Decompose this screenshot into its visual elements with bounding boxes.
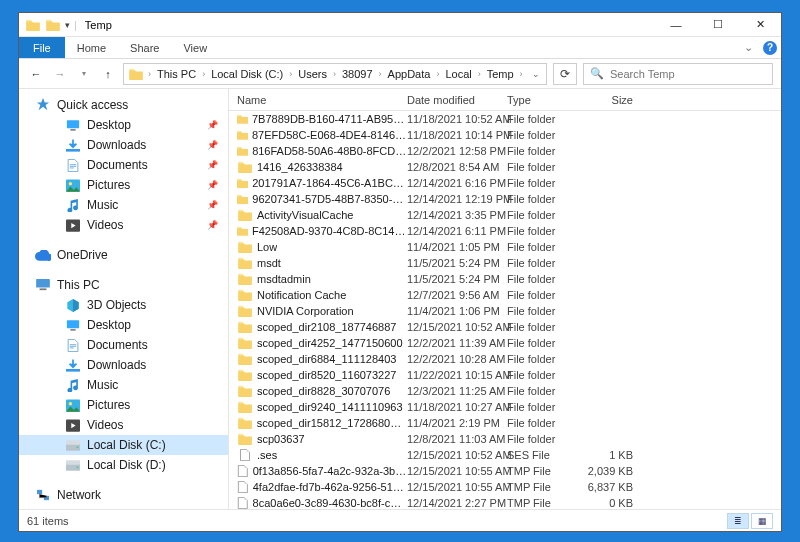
breadcrumb-segment[interactable]: Temp: [485, 68, 516, 80]
file-row[interactable]: msdtadmin11/5/2021 5:24 PMFile folder: [229, 271, 781, 287]
file-row[interactable]: 4fa2dfae-fd7b-462a-9256-5105afe081f5.t..…: [229, 479, 781, 495]
qat-folder-icon[interactable]: [45, 18, 61, 32]
file-row[interactable]: Notification Cache12/7/2021 9:56 AMFile …: [229, 287, 781, 303]
file-row[interactable]: scp0363712/8/2021 11:03 AMFile folder: [229, 431, 781, 447]
file-row[interactable]: scoped_dir4252_147715060012/2/2021 11:39…: [229, 335, 781, 351]
nav-item-videos[interactable]: Videos: [19, 415, 228, 435]
nav-item-music[interactable]: Music: [19, 375, 228, 395]
breadcrumb-segment[interactable]: Local Disk (C:): [209, 68, 285, 80]
chevron-right-icon[interactable]: ›: [434, 69, 441, 79]
file-list: 7B7889DB-B160-4711-AB95-FAB5EBFEB41411/1…: [229, 111, 781, 509]
nav-forward-button[interactable]: →: [51, 65, 69, 83]
column-size[interactable]: Size: [585, 94, 647, 106]
file-date: 11/22/2021 10:15 AM: [407, 369, 507, 381]
nav-up-button[interactable]: ↑: [99, 65, 117, 83]
file-row[interactable]: 87EFD58C-E068-4DE4-8146-0E4B68B1096D11/1…: [229, 127, 781, 143]
maximize-button[interactable]: ☐: [697, 13, 739, 37]
file-type: File folder: [507, 145, 585, 157]
nav-network[interactable]: Network: [19, 485, 228, 505]
file-size: 2,039 KB: [585, 465, 647, 477]
file-icon: [237, 480, 249, 494]
breadcrumb-segment[interactable]: This PC: [155, 68, 198, 80]
file-row[interactable]: msdt11/5/2021 5:24 PMFile folder: [229, 255, 781, 271]
column-name[interactable]: Name: [237, 94, 407, 106]
refresh-button[interactable]: ⟳: [553, 63, 577, 85]
nav-item-3d-objects[interactable]: 3D Objects: [19, 295, 228, 315]
file-type: File folder: [507, 369, 585, 381]
tab-share[interactable]: Share: [118, 37, 171, 58]
nav-item-documents[interactable]: Documents: [19, 335, 228, 355]
view-thumbnails-button[interactable]: ▦: [751, 513, 773, 529]
view-details-button[interactable]: ≣: [727, 513, 749, 529]
documents-icon: [65, 338, 81, 352]
nav-item-pictures[interactable]: Pictures📌: [19, 175, 228, 195]
column-type[interactable]: Type: [507, 94, 585, 106]
qat-dropdown-icon[interactable]: ▾: [65, 20, 70, 30]
file-icon: [237, 464, 249, 478]
file-row[interactable]: scoped_dir2108_18774688712/15/2021 10:52…: [229, 319, 781, 335]
nav-item-videos[interactable]: Videos📌: [19, 215, 228, 235]
folder-icon: [237, 176, 248, 190]
nav-quick-access[interactable]: Quick access: [19, 95, 228, 115]
close-button[interactable]: ✕: [739, 13, 781, 37]
nav-item-local-disk-c-[interactable]: Local Disk (C:): [19, 435, 228, 455]
column-date[interactable]: Date modified: [407, 94, 507, 106]
nav-item-pictures[interactable]: Pictures: [19, 395, 228, 415]
file-row[interactable]: scoped_dir15812_172868084711/4/2021 2:19…: [229, 415, 781, 431]
tab-view[interactable]: View: [171, 37, 219, 58]
file-row[interactable]: scoped_dir8520_11607322711/22/2021 10:15…: [229, 367, 781, 383]
ribbon-expand-icon[interactable]: ⌄: [737, 37, 759, 58]
file-date: 12/8/2021 8:54 AM: [407, 161, 507, 173]
chevron-right-icon[interactable]: ›: [287, 69, 294, 79]
nav-recent-dropdown[interactable]: ▾: [75, 65, 93, 83]
file-row[interactable]: scoped_dir8828_3070707612/3/2021 11:25 A…: [229, 383, 781, 399]
file-row[interactable]: 0f13a856-5fa7-4a2c-932a-3b7a98d46bac...1…: [229, 463, 781, 479]
file-date: 11/4/2021 2:19 PM: [407, 417, 507, 429]
file-row[interactable]: scoped_dir6884_11112840312/2/2021 10:28 …: [229, 351, 781, 367]
search-input[interactable]: 🔍 Search Temp: [583, 63, 773, 85]
breadcrumb-segment[interactable]: Local: [443, 68, 473, 80]
file-type: File folder: [507, 209, 585, 221]
breadcrumb-segment[interactable]: Users: [296, 68, 329, 80]
file-row[interactable]: NVIDIA Corporation11/4/2021 1:06 PMFile …: [229, 303, 781, 319]
nav-this-pc[interactable]: This PC: [19, 275, 228, 295]
breadcrumb-segment[interactable]: AppData: [386, 68, 433, 80]
pin-icon: 📌: [207, 200, 218, 210]
tab-home[interactable]: Home: [65, 37, 118, 58]
nav-back-button[interactable]: ←: [27, 65, 45, 83]
nav-item-local-disk-d-[interactable]: Local Disk (D:): [19, 455, 228, 475]
minimize-button[interactable]: —: [655, 13, 697, 37]
nav-item-music[interactable]: Music📌: [19, 195, 228, 215]
file-type: File folder: [507, 193, 585, 205]
file-row[interactable]: ActivityVisualCache12/14/2021 3:35 PMFil…: [229, 207, 781, 223]
breadcrumb-segment[interactable]: 38097: [340, 68, 375, 80]
file-row[interactable]: 1416_42633838412/8/2021 8:54 AMFile fold…: [229, 159, 781, 175]
nav-item-downloads[interactable]: Downloads📌: [19, 135, 228, 155]
file-row[interactable]: scoped_dir9240_141111096311/18/2021 10:2…: [229, 399, 781, 415]
address-dropdown-icon[interactable]: ⌄: [532, 69, 540, 79]
file-row[interactable]: 201791A7-1864-45C6-A1BC-208986DC183712/1…: [229, 175, 781, 191]
chevron-right-icon[interactable]: ›: [331, 69, 338, 79]
chevron-right-icon[interactable]: ›: [377, 69, 384, 79]
tab-file[interactable]: File: [19, 37, 65, 58]
help-button[interactable]: ?: [759, 37, 781, 58]
nav-item-desktop[interactable]: Desktop📌: [19, 115, 228, 135]
chevron-right-icon[interactable]: ›: [518, 69, 525, 79]
file-row[interactable]: 8ca0a6e0-3c89-4630-bc8f-c330e5e072ee...1…: [229, 495, 781, 509]
file-row[interactable]: 7B7889DB-B160-4711-AB95-FAB5EBFEB41411/1…: [229, 111, 781, 127]
file-row[interactable]: 816FAD58-50A6-48B0-8FCD-BE67A6C276...12/…: [229, 143, 781, 159]
nav-item-documents[interactable]: Documents📌: [19, 155, 228, 175]
file-name: F42508AD-9370-4C8D-8C14-F934C6625BEB: [252, 225, 407, 237]
file-row[interactable]: 96207341-57D5-48B7-8350-9E426C1EB88F12/1…: [229, 191, 781, 207]
chevron-right-icon[interactable]: ›: [476, 69, 483, 79]
file-row[interactable]: Low11/4/2021 1:05 PMFile folder: [229, 239, 781, 255]
file-type: File folder: [507, 401, 585, 413]
breadcrumb[interactable]: › This PC›Local Disk (C:)›Users›38097›Ap…: [123, 63, 547, 85]
file-row[interactable]: .ses12/15/2021 10:52 AMSES File1 KB: [229, 447, 781, 463]
nav-item-downloads[interactable]: Downloads: [19, 355, 228, 375]
nav-onedrive[interactable]: OneDrive: [19, 245, 228, 265]
file-row[interactable]: F42508AD-9370-4C8D-8C14-F934C6625BEB12/1…: [229, 223, 781, 239]
chevron-right-icon[interactable]: ›: [146, 69, 153, 79]
chevron-right-icon[interactable]: ›: [200, 69, 207, 79]
nav-item-desktop[interactable]: Desktop: [19, 315, 228, 335]
